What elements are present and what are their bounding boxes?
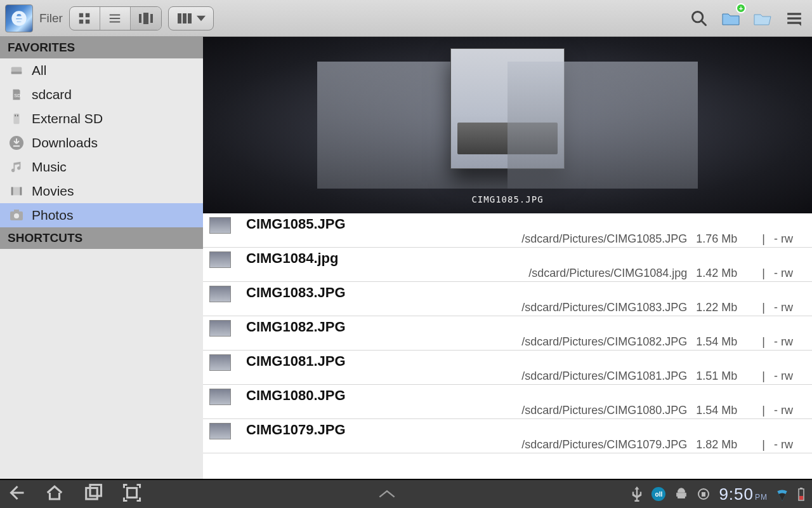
sidebar-item-photos[interactable]: Photos — [0, 203, 203, 227]
file-row[interactable]: CIMG1079.JPG/sdcard/Pictures/CIMG1079.JP… — [203, 419, 812, 453]
coverflow-card[interactable] — [508, 62, 546, 189]
file-row[interactable]: CIMG1080.JPG/sdcard/Pictures/CIMG1080.JP… — [203, 385, 812, 419]
view-grid-button[interactable] — [70, 7, 100, 30]
sidebar-item-sdcard[interactable]: SDsdcard — [0, 83, 203, 107]
nav-recents-button[interactable] — [84, 483, 103, 505]
search-icon — [690, 10, 708, 27]
nav-screenshot-button[interactable] — [122, 483, 142, 505]
view-list-button[interactable] — [100, 7, 131, 30]
coverflow-card[interactable] — [546, 62, 584, 189]
file-row[interactable]: CIMG1083.JPG/sdcard/Pictures/CIMG1083.JP… — [203, 282, 812, 316]
file-path: /sdcard/Pictures/CIMG1080.JPG — [521, 404, 687, 417]
svg-rect-10 — [178, 13, 181, 23]
svg-rect-7 — [139, 14, 141, 23]
coverflow-card[interactable] — [584, 62, 622, 189]
status-pill-icon: oll — [652, 487, 665, 501]
svg-rect-16 — [787, 17, 801, 19]
clock-ampm: PM — [755, 493, 768, 502]
svg-rect-15 — [787, 13, 801, 15]
file-thumbnail — [209, 217, 231, 234]
sort-icon — [176, 12, 193, 25]
svg-rect-8 — [143, 13, 148, 24]
recents-icon — [84, 483, 103, 502]
coverflow-card[interactable] — [393, 62, 431, 189]
svg-rect-28 — [20, 187, 22, 196]
file-name: CIMG1084.jpg — [246, 250, 806, 267]
file-row[interactable]: CIMG1082.JPG/sdcard/Pictures/CIMG1082.JP… — [203, 316, 812, 351]
file-permissions: - rw — [774, 301, 806, 314]
android-icon — [674, 487, 688, 501]
file-thumbnail — [209, 354, 231, 371]
coverflow-card[interactable] — [317, 62, 355, 189]
file-name: CIMG1082.JPG — [246, 319, 806, 335]
file-size: 1.51 Mb — [696, 370, 753, 383]
svg-rect-27 — [11, 187, 13, 196]
file-list[interactable]: CIMG1085.JPG/sdcard/Pictures/CIMG1085.JP… — [203, 213, 812, 479]
coverflow-pane[interactable]: CIMG1085.JPG — [203, 37, 812, 213]
open-folder-button[interactable] — [750, 6, 775, 31]
svg-rect-38 — [800, 488, 802, 489]
file-row[interactable]: CIMG1084.jpg/sdcard/Pictures/CIMG1084.jp… — [203, 248, 812, 282]
sidebar-item-label: Movies — [32, 184, 74, 199]
sidebar-item-external-sd[interactable]: External SD — [0, 107, 203, 131]
app-logo-icon — [5, 4, 33, 32]
meta-separator: | — [762, 335, 765, 349]
sidebar-item-label: Music — [32, 159, 67, 175]
file-size: 1.76 Mb — [696, 232, 753, 246]
file-path: /sdcard/Pictures/CIMG1082.JPG — [521, 335, 687, 349]
svg-rect-3 — [86, 19, 89, 23]
file-path: /sdcard/Pictures/CIMG1084.jpg — [528, 267, 687, 280]
app-toolbar: Filer + — [0, 0, 812, 37]
meta-separator: | — [762, 267, 765, 280]
file-permissions: - rw — [774, 404, 806, 417]
file-path: /sdcard/Pictures/CIMG1079.JPG — [521, 438, 687, 451]
nav-back-button[interactable] — [6, 483, 25, 505]
nav-home-button[interactable] — [44, 483, 65, 505]
svg-rect-25 — [13, 145, 20, 147]
sidebar-item-all[interactable]: All — [0, 58, 203, 83]
svg-text:SD: SD — [14, 93, 20, 98]
chevron-down-icon — [197, 14, 206, 23]
svg-rect-11 — [183, 13, 187, 23]
file-thumbnail — [209, 423, 231, 439]
file-thumbnail — [209, 320, 231, 337]
svg-rect-9 — [150, 14, 153, 23]
coverflow-card[interactable] — [660, 62, 698, 189]
meta-separator: | — [762, 438, 765, 451]
wifi-icon — [776, 487, 788, 501]
file-row[interactable]: CIMG1085.JPG/sdcard/Pictures/CIMG1085.JP… — [203, 213, 812, 248]
svg-rect-5 — [110, 18, 121, 19]
svg-rect-0 — [79, 13, 83, 17]
file-name: CIMG1081.JPG — [246, 353, 806, 370]
view-mode-group — [69, 6, 162, 30]
sidebar-item-music[interactable]: Music — [0, 155, 203, 179]
screenshot-icon — [122, 483, 142, 502]
sidebar-section-shortcuts: SHORTCUTS — [0, 227, 203, 249]
search-button[interactable] — [686, 6, 712, 31]
svg-rect-2 — [79, 19, 83, 23]
sidebar-item-downloads[interactable]: Downloads — [0, 131, 203, 155]
file-size: 1.54 Mb — [696, 335, 753, 349]
coverflow-card[interactable] — [622, 62, 660, 189]
menu-button[interactable] — [782, 6, 807, 31]
expand-handle-icon[interactable] — [378, 489, 396, 499]
file-size: 1.42 Mb — [696, 267, 753, 280]
coverflow-card[interactable] — [355, 62, 393, 189]
status-clock[interactable]: 9:50PM — [719, 485, 768, 504]
svg-rect-32 — [86, 488, 98, 500]
music-icon — [8, 158, 25, 176]
file-row[interactable]: CIMG1081.JPG/sdcard/Pictures/CIMG1081.JP… — [203, 351, 812, 385]
sidebar: FAVORITES AllSDsdcardExternal SDDownload… — [0, 37, 203, 479]
file-name: CIMG1083.JPG — [246, 284, 806, 301]
svg-rect-12 — [188, 13, 192, 23]
sort-dropdown[interactable] — [168, 6, 214, 30]
download-icon — [8, 134, 25, 152]
back-arrow-icon — [6, 483, 25, 502]
clock-time: 9:50 — [719, 485, 754, 504]
sidebar-item-label: sdcard — [32, 87, 72, 102]
sd-icon: SD — [8, 86, 25, 104]
file-size: 1.54 Mb — [696, 404, 753, 417]
new-folder-button[interactable]: + — [718, 6, 743, 31]
view-coverflow-button[interactable] — [131, 7, 161, 30]
sidebar-item-movies[interactable]: Movies — [0, 179, 203, 203]
